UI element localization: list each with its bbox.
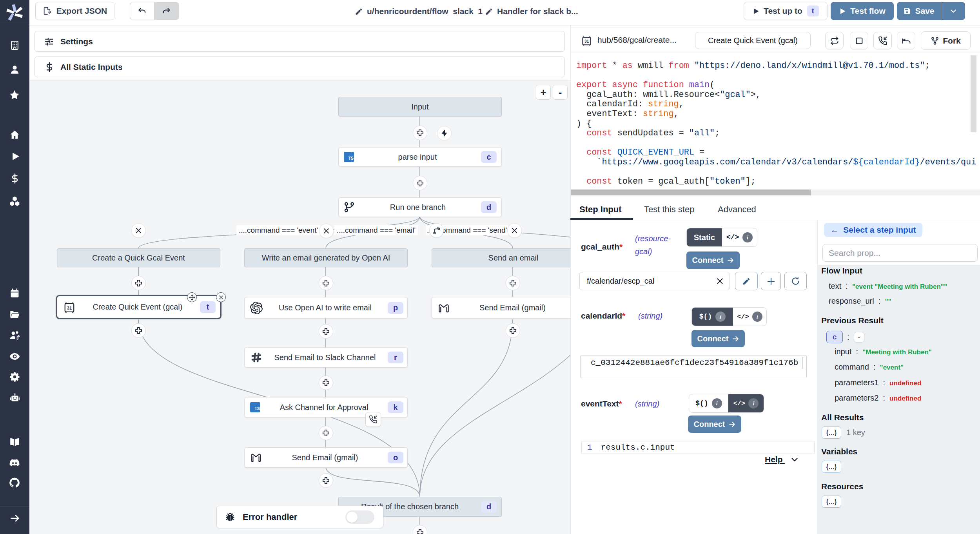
svg-text:TS: TS	[255, 406, 260, 411]
svg-text:31: 31	[584, 39, 589, 44]
svg-text:31: 31	[67, 305, 72, 310]
svg-text:TS: TS	[348, 156, 354, 160]
